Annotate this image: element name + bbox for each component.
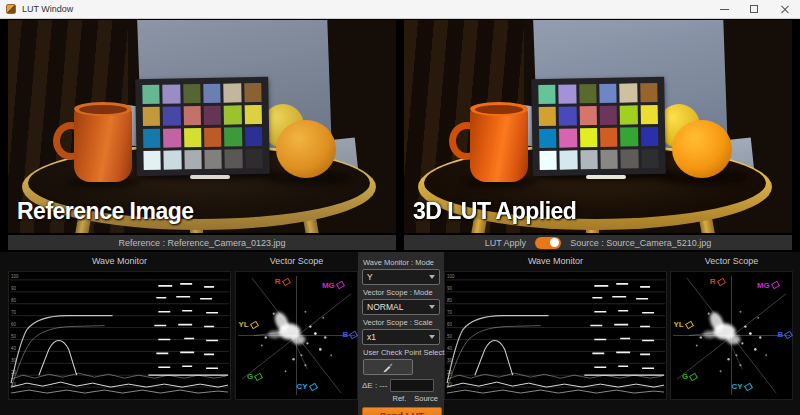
vector-target-g: G (682, 372, 697, 381)
checker-patch (224, 127, 242, 146)
reference-info-bar: Reference : Reference_Camera_0123.jpg (8, 235, 396, 250)
mug-interior (475, 105, 523, 114)
svg-text:90: 90 (11, 286, 16, 291)
svg-text:50: 50 (447, 334, 452, 339)
lut-applied-photo: 3D LUT Applied (404, 20, 792, 233)
svg-text:70: 70 (11, 310, 16, 315)
vector-scope-title: Vector Scope (235, 256, 358, 266)
vector-target-r: R (275, 277, 290, 286)
waveform-graph: 100908070605040302010 (445, 272, 666, 399)
maximize-button[interactable] (740, 0, 770, 18)
checker-patch (599, 84, 617, 103)
checker-patch (163, 106, 181, 125)
vector-labels: RMGYLBGCY (671, 272, 792, 399)
chevron-down-icon (429, 335, 435, 339)
checker-patch (184, 128, 202, 147)
checker-grid (531, 77, 666, 176)
checker-patch (163, 84, 181, 103)
reference-photo: Reference Image (8, 20, 396, 233)
mug-interior (79, 105, 127, 114)
vector-target-mg: MG (757, 281, 779, 290)
checker-patch (640, 83, 658, 102)
vector-scope-mode-label: Vector Scope : Mode (363, 288, 440, 297)
close-button[interactable] (770, 0, 800, 18)
checker-stand (190, 175, 230, 179)
lut-apply-label: LUT Apply (485, 238, 526, 248)
orange-fruit (276, 120, 336, 178)
checker-patch (620, 127, 638, 146)
scopes-section: Wave Monitor Vector Scope Wave Monitor V… (0, 252, 800, 415)
wave-monitor-mode-select[interactable]: Y (362, 269, 440, 285)
checker-patch (539, 151, 557, 170)
checker-patch (539, 129, 557, 148)
checker-patch (163, 128, 181, 147)
svg-text:70: 70 (447, 310, 452, 315)
checker-patch (579, 84, 597, 103)
control-panel: Wave Monitor : Mode Y Vector Scope : Mod… (358, 252, 444, 415)
checker-patch (538, 85, 556, 104)
svg-text:40: 40 (447, 346, 452, 351)
check-point-label: User Check Point Select (363, 348, 440, 357)
lut-applied-overlay-label: 3D LUT Applied (413, 198, 576, 225)
delta-e-input[interactable] (390, 379, 434, 392)
checker-patch (183, 106, 201, 125)
wave-monitor-mode-value: Y (367, 272, 373, 282)
checker-patch (164, 150, 182, 169)
title-bar: LUT Window (0, 0, 800, 19)
checker-patch (143, 129, 161, 148)
checker-patch (641, 127, 659, 146)
vector-scope-scale-label: Vector Scope : Scale (363, 318, 440, 327)
checker-patch (580, 128, 598, 147)
checker-patch (641, 149, 659, 168)
wave-monitor-mode-label: Wave Monitor : Mode (363, 258, 440, 267)
window-title: LUT Window (22, 4, 73, 14)
ref-label: Ref. (392, 394, 406, 403)
checker-patch (245, 149, 263, 168)
check-point-picker-button[interactable] (363, 359, 413, 375)
svg-text:100: 100 (447, 274, 455, 279)
vector-scope-scale-value: x1 (367, 332, 376, 342)
vector-target-mg: MG (322, 281, 344, 290)
send-lut-button[interactable]: Send LUT (362, 407, 442, 415)
checker-patch (143, 107, 161, 126)
checker-patch (640, 105, 658, 124)
checker-stand (586, 175, 626, 179)
checker-grid (135, 77, 270, 176)
checker-patch (621, 149, 639, 168)
minimize-button[interactable] (710, 0, 740, 18)
checker-patch (245, 127, 263, 146)
vector-target-yl: YL (673, 320, 692, 329)
checker-patch (600, 128, 618, 147)
reference-overlay-label: Reference Image (17, 198, 194, 225)
checker-patch (559, 84, 577, 103)
vector-target-cy: CY (732, 382, 752, 391)
vector-target-r: R (710, 277, 725, 286)
checker-patch (620, 83, 638, 102)
checker-patch (203, 84, 221, 103)
svg-text:80: 80 (11, 298, 16, 303)
app-icon (6, 4, 16, 14)
checker-patch (600, 150, 618, 169)
vector-scope-mode-select[interactable]: NORMAL (362, 299, 440, 315)
checker-patch (204, 150, 222, 169)
vector-scope-title: Vector Scope (670, 256, 793, 266)
checker-patch (142, 85, 160, 104)
vector-labels: RMGYLBGCY (236, 272, 357, 399)
chevron-down-icon (429, 305, 435, 309)
wave-monitor-title: Wave Monitor (8, 256, 231, 266)
mug (470, 108, 528, 182)
vector-target-b: B (777, 330, 792, 339)
checker-patch (559, 128, 577, 147)
checker-patch (184, 150, 202, 169)
checker-patch (224, 83, 242, 102)
toggle-knob (550, 238, 559, 247)
lut-apply-toggle[interactable] (535, 237, 561, 249)
checker-patch (560, 150, 578, 169)
vector-target-g: G (247, 372, 262, 381)
checker-patch (579, 106, 597, 125)
svg-text:100: 100 (11, 274, 19, 279)
vector-target-yl: YL (238, 320, 257, 329)
vector-scope-scale-select[interactable]: x1 (362, 329, 440, 345)
svg-text:60: 60 (447, 322, 452, 327)
wave-monitor-title: Wave Monitor (444, 256, 667, 266)
